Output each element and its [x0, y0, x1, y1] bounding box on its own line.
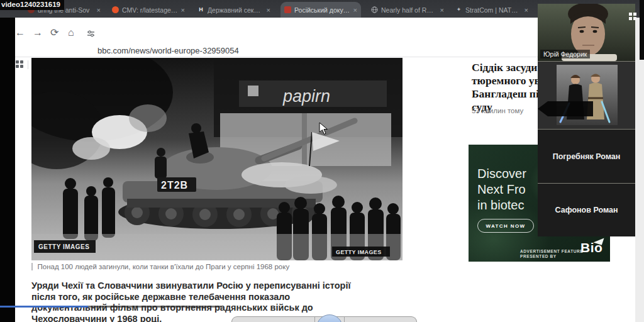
ad-feature-line: PRESENTED BY [520, 254, 583, 259]
ad-headline: Discover Next Fro in biotec [477, 166, 526, 213]
apps-grid-icon[interactable] [16, 60, 23, 68]
photo-caption: Понад 100 людей загинули, коли танки в'ї… [31, 263, 289, 270]
tab-stratcom-nato[interactable]: ✦ StratCom | NATO St × [452, 2, 532, 18]
right-edge-strip [635, 18, 644, 322]
lead-line: документальний фільм про вторгнення радя… [31, 303, 351, 314]
participant-tile-image[interactable] [538, 61, 635, 129]
tab-label: Російський докуме [294, 6, 350, 14]
lead-line: Уряди Чехії та Словаччини звинуватили Ро… [31, 280, 351, 292]
watch-now-button[interactable]: WATCH NOW [477, 219, 534, 233]
bookmarks-divider [28, 60, 28, 69]
tab-label: StratCom | NATO St [465, 6, 521, 14]
participant-name-label: Юрій Федорик [540, 50, 590, 58]
close-icon[interactable]: × [181, 6, 185, 14]
ad-headline-line: in biotec [477, 197, 526, 213]
tab-label: CMV: r/latestagecap [122, 6, 178, 14]
back-icon[interactable]: ← [15, 28, 25, 38]
bio-logo: Bio [580, 240, 602, 255]
close-icon[interactable]: × [440, 6, 444, 14]
participant-tile-pogrebniak[interactable]: Погребняк Роман [538, 129, 635, 183]
seekbar-progress[interactable] [0, 306, 88, 308]
tab-rosiyskyi-dokument-active[interactable]: Російський докуме × [280, 2, 361, 18]
site-favicon-icon: Н [197, 6, 204, 13]
seekbar-track[interactable] [88, 306, 221, 308]
close-icon[interactable]: × [267, 6, 270, 14]
control-divider [344, 317, 345, 322]
photo-credit-right: GETTY IMAGES [336, 249, 382, 255]
ad-headline-line: Next Fro [477, 182, 526, 197]
lead-line: після того, як російське державне телеба… [31, 292, 351, 303]
close-icon[interactable]: × [525, 6, 528, 14]
tab-label: Державний секрет [208, 6, 264, 14]
left-black-strip [0, 18, 15, 322]
photo-credit-left: GETTY IMAGES [38, 243, 89, 250]
stratcom-favicon-icon: ✦ [455, 6, 462, 13]
caption-bar [31, 263, 33, 270]
close-icon[interactable]: × [97, 6, 101, 14]
tank-number-text: 2Т2В [161, 180, 188, 191]
ad-headline-line: Discover [477, 166, 526, 182]
control-divider [314, 317, 315, 322]
side-story-timestamp: 57 хвилин тому [472, 107, 523, 114]
globe-favicon-icon [371, 6, 378, 13]
tab-label: Nearly half of Russi [381, 6, 437, 14]
ad-feature-note: ADVERTISEMENT FEATURE PRESENTED BY [520, 249, 583, 259]
shop-sign-text: papirn [282, 87, 330, 106]
participant-tile-safonov[interactable]: Сафонов Роман [538, 183, 635, 236]
starwars-image [538, 62, 635, 129]
article-photo: papirn [31, 58, 402, 263]
home-icon[interactable]: ⌂ [68, 28, 74, 38]
close-icon[interactable]: × [353, 6, 357, 14]
caption-text: Понад 100 людей загинули, коли танки в'ї… [38, 263, 290, 270]
ad-feature-line: ADVERTISEMENT FEATURE [520, 249, 583, 254]
bbc-favicon-icon [284, 6, 291, 13]
mouse-cursor [319, 122, 329, 136]
participant-name-label: Погребняк Роман [553, 152, 621, 161]
gallery-view-icon[interactable] [629, 13, 636, 20]
video-recording-frame: uring the anti-Sov × CMV: r/latestagecap… [0, 0, 644, 322]
site-settings-icon[interactable] [87, 29, 95, 40]
right-black-sliver [640, 0, 644, 60]
tab-reddit-cmv[interactable]: CMV: r/latestagecap × [108, 2, 189, 18]
participant-name-label: Сафонов Роман [555, 206, 618, 214]
reddit-favicon-icon [112, 6, 119, 13]
tab-nearly-half-russia[interactable]: Nearly half of Russi × [367, 2, 448, 18]
tab-derzhavnyi-sekret[interactable]: Н Державний секрет × [194, 2, 274, 18]
participant-tile-yurii-fedoryk[interactable]: Юрій Федорик [538, 4, 635, 61]
conference-panel: Юрій Федорик Погребняк Роман [538, 4, 635, 236]
address-bar[interactable]: bbc.com/news/world-europe-32959054 [97, 46, 239, 55]
reload-icon[interactable]: ⟳ [50, 28, 58, 38]
video-title: video1240231619 [0, 0, 64, 10]
forward-icon[interactable]: → [33, 28, 43, 38]
